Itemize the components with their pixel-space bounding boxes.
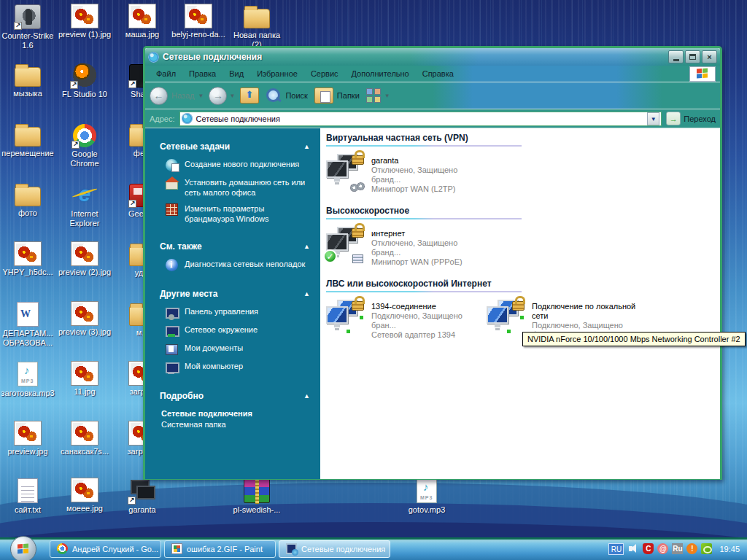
alert-icon[interactable]: ! (686, 543, 697, 554)
task-sidebar: Сетевые задачи▲Создание нового подключен… (145, 128, 320, 479)
desktop-icon-label: preview.jpg (0, 447, 55, 456)
desktop-icon[interactable]: gotov.mp3 (399, 478, 454, 515)
start-button[interactable] (10, 536, 36, 560)
sidebar-link[interactable]: Сетевое окружение (145, 322, 320, 340)
taskbar-button[interactable]: Андрей Слуцкий - Go... (50, 540, 161, 558)
sidebar-section-header[interactable]: Сетевые задачи▲ (145, 137, 320, 156)
firewall-lock-icon (352, 301, 364, 311)
sidebar-link[interactable]: Установить домашнюю сеть или сеть малого… (145, 174, 320, 201)
connection-name: 1394-соединение (371, 302, 482, 311)
desktop-icon[interactable]: preview (1).jpg (57, 4, 112, 39)
punto-icon[interactable]: Ru (672, 543, 683, 554)
desktop-icon[interactable]: preview (2).jpg (57, 242, 112, 277)
address-input[interactable]: Сетевые подключения ▼ (179, 112, 662, 126)
collapse-arrow-icon[interactable]: ▲ (303, 392, 310, 400)
desktop-icon[interactable]: заготовка.mp3 (0, 362, 55, 398)
clock[interactable]: 19:45 (719, 545, 740, 553)
connection-lan-icon (326, 300, 365, 335)
menu-item[interactable]: Правка (182, 67, 222, 80)
connection-item[interactable]: garantaОтключено, Защищено бранд...Минип… (326, 154, 487, 194)
monitor-icon (326, 306, 348, 324)
desktop-icon[interactable]: санаксак7s... (57, 421, 112, 456)
collapse-arrow-icon[interactable]: ▲ (303, 143, 310, 150)
mp3-icon (18, 362, 38, 386)
desktop-icon[interactable]: Новая папка (2) (229, 4, 285, 50)
address-dropdown-button[interactable]: ▼ (647, 112, 659, 125)
taskbar-button[interactable]: ошибка 2.GIF - Paint (164, 540, 276, 558)
desktop-icon[interactable]: YHPY_h5dc... (0, 242, 55, 277)
up-folder-icon[interactable] (240, 88, 259, 104)
desktop-icon[interactable]: preview (3).jpg (57, 302, 112, 337)
close-button[interactable]: × (702, 50, 717, 63)
desktop-icon[interactable]: моеее.jpg (57, 478, 112, 513)
collapse-arrow-icon[interactable]: ▲ (303, 290, 310, 298)
maximize-button[interactable] (685, 50, 700, 63)
folders-icon[interactable] (314, 88, 333, 104)
sidebar-link[interactable]: Панель управления (145, 303, 320, 322)
volume-icon[interactable] (628, 543, 639, 554)
search-icon[interactable] (264, 87, 282, 104)
sidebar-link[interactable]: Создание нового подключения (145, 156, 320, 174)
back-button[interactable]: ← (150, 87, 168, 105)
menu-item[interactable]: Избранное (250, 67, 304, 80)
taskbar-button[interactable]: Сетевые подключения (279, 540, 390, 558)
image-icon (71, 478, 98, 502)
desktop-icon[interactable]: ↗FL Studio 10 (57, 63, 112, 99)
forward-dropdown-icon[interactable]: ▼ (229, 93, 235, 99)
menu-item[interactable]: Справка (416, 67, 460, 80)
sidebar-section-header[interactable]: Подробно▲ (145, 386, 320, 405)
desktop-icon[interactable]: belyj-reno-da... (171, 4, 226, 39)
title-bar[interactable]: Сетевые подключения × (145, 48, 720, 66)
desktop-icon[interactable]: ДЕПАРТАМ... ОБРАЗОВА... (0, 302, 55, 348)
connection-item[interactable]: 1394-соединениеПодключено, Защищено бран… (326, 300, 487, 340)
image-icon (15, 242, 41, 265)
views-dropdown-icon[interactable]: ▼ (384, 93, 390, 99)
shield-icon[interactable]: C (643, 543, 654, 554)
desktop-icon[interactable]: фото (0, 182, 55, 218)
dialup-phone-icon (352, 254, 363, 263)
desktop-icon[interactable]: перемещение (0, 122, 55, 158)
control-panel-icon (166, 306, 178, 319)
desktop-icon-label: gotov.mp3 (399, 505, 454, 515)
window-title: Сетевые подключения (163, 52, 665, 62)
desktop-icon[interactable]: маша.jpg (115, 4, 170, 39)
connection-item[interactable]: ✓интернетОтключено, Защищено бранд...Мин… (326, 227, 487, 267)
desktop-icon[interactable]: Internet Explorer (57, 182, 112, 228)
desktop-icon[interactable]: ↗Counter-Strike 1.6 (0, 4, 55, 50)
folder-icon (15, 67, 41, 87)
image-icon (71, 302, 98, 325)
desktop-icon[interactable]: pl-swedish-... (229, 478, 285, 515)
back-dropdown-icon[interactable]: ▼ (198, 93, 204, 99)
nvidia-icon[interactable] (701, 543, 712, 554)
image-icon (71, 421, 98, 445)
views-icon[interactable] (366, 88, 382, 104)
mailru-icon[interactable]: @ (657, 543, 668, 554)
desktop-icon[interactable]: ↗Google Chrome (57, 122, 112, 168)
desktop-icon[interactable]: preview.jpg (0, 421, 55, 456)
menu-item[interactable]: Вид (222, 67, 250, 80)
connection-group-items: garantaОтключено, Защищено бранд...Минип… (326, 154, 720, 194)
desktop-icon[interactable]: 11.jpg (57, 362, 112, 397)
go-button[interactable]: → Переход (666, 112, 716, 125)
menu-item[interactable]: Дополнительно (345, 67, 416, 80)
network-icon (286, 543, 297, 554)
sidebar-link[interactable]: Диагностика сетевых неполадок (145, 256, 320, 274)
menu-item[interactable]: Файл (150, 67, 182, 80)
forward-button[interactable]: → (209, 87, 227, 105)
desktop-icon[interactable]: сайт.txt (0, 478, 55, 515)
desktop-icon[interactable]: ↗garanta (115, 478, 170, 515)
shortcut-arrow-icon: ↗ (71, 141, 80, 149)
sidebar-link[interactable]: Мой компьютер (145, 358, 320, 376)
sidebar-link[interactable]: Мои документы (145, 340, 320, 358)
menu-item[interactable]: Сервис (304, 67, 345, 80)
sidebar-section-header[interactable]: Другие места▲ (145, 284, 320, 303)
connection-group: Виртуальная частная сеть (VPN)garantaОтк… (326, 133, 720, 194)
collapse-arrow-icon[interactable]: ▲ (303, 243, 310, 250)
language-indicator[interactable]: RU (608, 543, 624, 555)
desktop-icon-label: Counter-Strike 1.6 (0, 31, 55, 50)
sidebar-link[interactable]: Изменить параметры брандмауэра Windows (145, 201, 320, 227)
desktop-icon[interactable]: мызыка (0, 63, 55, 98)
minimize-button[interactable] (668, 50, 684, 63)
connection-group-title: Высокоскоростное (326, 206, 720, 216)
sidebar-section-header[interactable]: См. также▲ (145, 237, 320, 256)
